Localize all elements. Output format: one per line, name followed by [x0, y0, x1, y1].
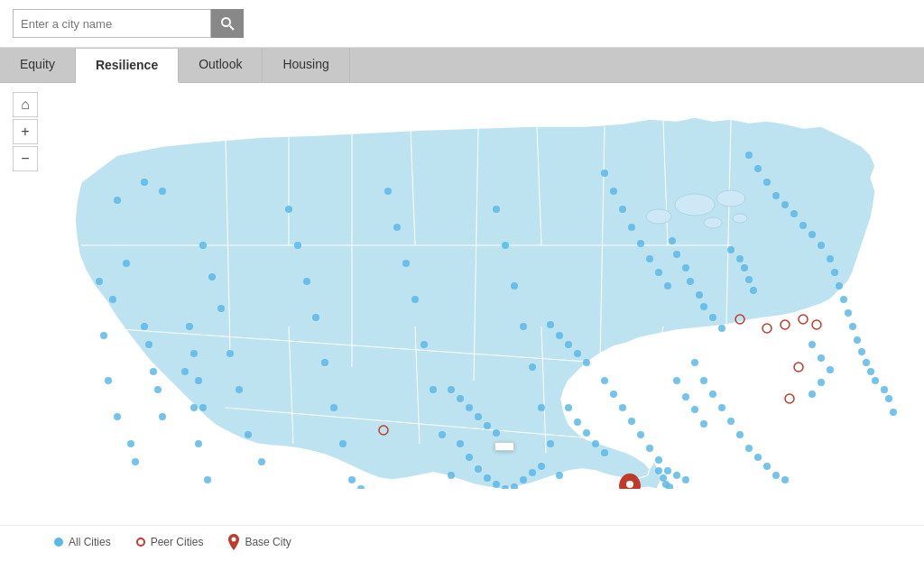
svg-point-177 — [154, 386, 162, 393]
svg-point-186 — [799, 315, 808, 324]
svg-point-35 — [208, 273, 216, 280]
svg-point-48 — [312, 314, 319, 321]
svg-point-115 — [745, 445, 753, 452]
svg-point-104 — [867, 368, 874, 375]
svg-point-144 — [457, 440, 464, 447]
svg-point-56 — [402, 260, 410, 267]
svg-point-23 — [96, 278, 103, 285]
svg-point-188 — [794, 363, 803, 372]
svg-point-102 — [858, 348, 865, 355]
svg-point-164 — [583, 359, 590, 366]
svg-point-30 — [109, 296, 116, 303]
map-container: ⌂ + − — [0, 83, 924, 525]
svg-point-125 — [818, 354, 825, 362]
svg-point-98 — [840, 296, 847, 303]
svg-point-92 — [799, 222, 807, 229]
svg-point-37 — [226, 350, 234, 357]
svg-point-131 — [619, 404, 626, 411]
svg-point-114 — [736, 431, 744, 438]
search-bar — [0, 0, 924, 48]
svg-line-1 — [230, 26, 235, 31]
svg-point-61 — [448, 472, 455, 479]
svg-point-170 — [736, 255, 744, 262]
svg-point-191 — [379, 426, 388, 435]
svg-point-101 — [854, 336, 861, 344]
svg-point-47 — [303, 278, 310, 285]
svg-point-93 — [808, 231, 816, 238]
svg-point-38 — [236, 386, 243, 393]
svg-point-171 — [741, 264, 748, 271]
svg-point-41 — [181, 368, 189, 375]
svg-point-87 — [754, 165, 762, 172]
svg-point-123 — [700, 420, 707, 428]
svg-point-80 — [682, 264, 689, 271]
tab-outlook[interactable]: Outlook — [179, 48, 263, 82]
legend-base-city: Base City — [228, 534, 291, 550]
svg-point-45 — [285, 206, 292, 213]
svg-point-34 — [199, 242, 207, 249]
zoom-in-button[interactable]: + — [13, 119, 38, 144]
tab-equity[interactable]: Equity — [0, 48, 76, 82]
svg-point-157 — [475, 413, 482, 420]
peer-cities-icon — [136, 538, 145, 547]
svg-point-21 — [704, 217, 722, 228]
svg-point-26 — [114, 413, 121, 420]
svg-point-86 — [745, 152, 753, 159]
svg-point-127 — [818, 379, 825, 386]
home-button[interactable]: ⌂ — [13, 92, 38, 117]
svg-point-99 — [845, 309, 852, 317]
svg-point-118 — [772, 472, 780, 479]
svg-point-176 — [150, 368, 157, 375]
tab-housing[interactable]: Housing — [263, 48, 349, 82]
all-cities-icon — [54, 538, 63, 547]
legend: All Cities Peer Cities Base City — [0, 525, 924, 557]
svg-point-75 — [646, 255, 653, 262]
svg-point-59 — [430, 386, 437, 393]
svg-point-54 — [384, 188, 392, 195]
search-input[interactable] — [13, 9, 211, 38]
svg-point-74 — [637, 240, 644, 247]
svg-point-161 — [556, 332, 563, 339]
svg-point-132 — [628, 418, 635, 425]
svg-point-73 — [628, 224, 635, 231]
svg-point-94 — [818, 242, 825, 249]
svg-point-183 — [735, 315, 744, 324]
svg-point-24 — [100, 332, 107, 339]
svg-point-110 — [700, 377, 707, 384]
svg-point-76 — [655, 269, 662, 276]
tab-resilience[interactable]: Resilience — [76, 49, 179, 83]
svg-point-172 — [745, 276, 753, 283]
svg-point-108 — [890, 409, 897, 416]
legend-peer-cities-label: Peer Cities — [151, 536, 204, 548]
search-button[interactable] — [211, 9, 244, 38]
svg-point-49 — [321, 359, 328, 366]
svg-point-187 — [812, 320, 821, 329]
svg-point-112 — [718, 404, 725, 411]
legend-all-cities: All Cities — [54, 536, 111, 548]
svg-point-58 — [420, 341, 428, 348]
zoom-out-button[interactable]: − — [13, 146, 38, 171]
svg-point-91 — [790, 210, 798, 217]
svg-point-27 — [127, 440, 134, 447]
svg-point-79 — [673, 251, 680, 258]
legend-peer-cities: Peer Cities — [136, 536, 204, 548]
svg-point-62 — [493, 206, 500, 213]
svg-point-52 — [348, 476, 356, 483]
svg-point-22 — [733, 214, 747, 223]
svg-point-96 — [831, 269, 838, 276]
svg-point-107 — [885, 395, 892, 402]
svg-point-152 — [529, 469, 536, 476]
svg-point-181 — [195, 377, 202, 384]
base-city-icon — [228, 534, 239, 550]
svg-point-36 — [217, 305, 225, 312]
svg-point-116 — [754, 454, 762, 461]
svg-point-46 — [294, 242, 301, 249]
svg-point-90 — [781, 201, 789, 208]
svg-point-20 — [646, 209, 671, 224]
svg-point-173 — [750, 287, 757, 294]
legend-all-cities-label: All Cities — [69, 536, 111, 548]
svg-point-148 — [493, 481, 500, 488]
map-controls: ⌂ + − — [13, 92, 38, 171]
svg-point-130 — [610, 391, 617, 398]
svg-point-19 — [716, 190, 745, 207]
